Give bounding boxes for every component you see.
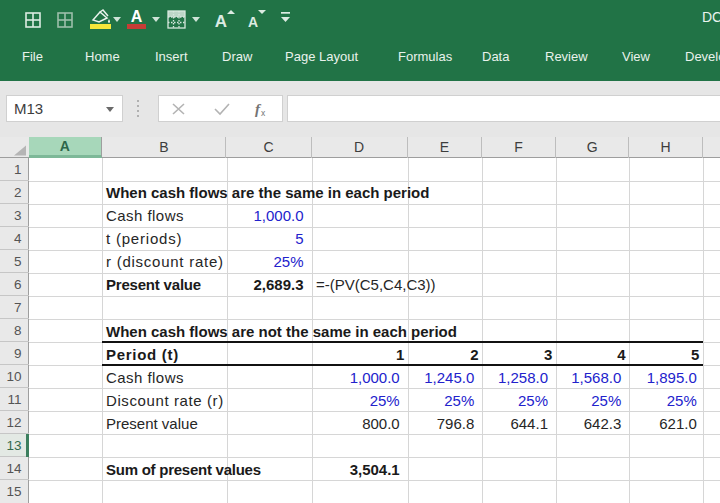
svg-text:A: A	[248, 14, 258, 30]
svg-text:x: x	[261, 108, 266, 118]
svg-text:A: A	[215, 12, 227, 31]
svg-text:A: A	[131, 8, 143, 25]
